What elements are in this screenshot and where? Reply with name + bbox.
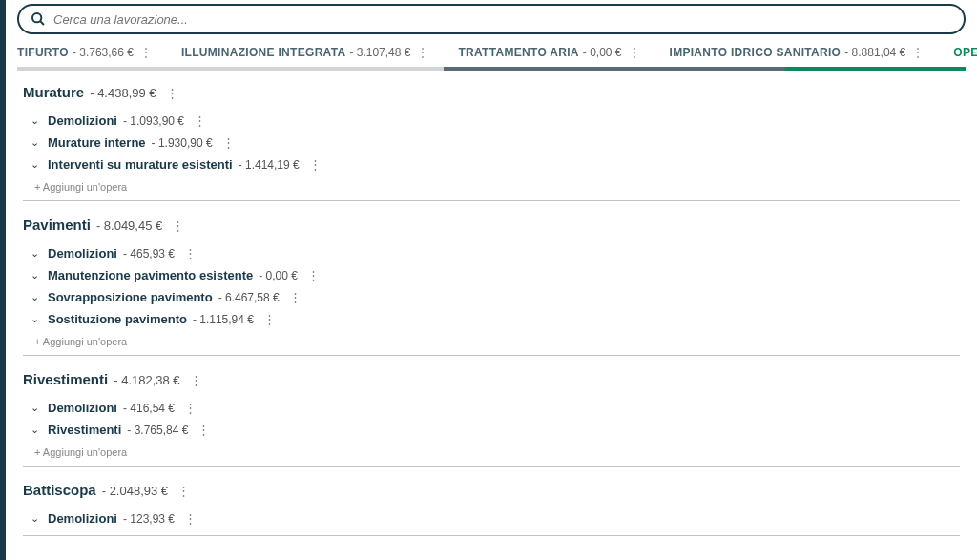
sub-item-title: Demolizioni — [48, 401, 117, 415]
kebab-icon[interactable]: ⋮ — [162, 86, 182, 100]
category-header[interactable]: Rivestimenti- 4.182,38 €⋮ — [23, 371, 960, 387]
kebab-icon[interactable]: ⋮ — [218, 135, 239, 150]
category: Battiscopa- 2.048,93 €⋮⌄Demolizioni- 123… — [23, 482, 960, 536]
category-price: - 4.438,99 € — [90, 86, 156, 100]
tab-price: - 3.107,48 € — [349, 46, 410, 59]
sub-item[interactable]: ⌄Sovrapposizione pavimento- 6.467,58 €⋮ — [23, 286, 960, 308]
chevron-down-icon: ⌄ — [31, 114, 42, 127]
category-header[interactable]: Battiscopa- 2.048,93 €⋮ — [23, 482, 960, 498]
sub-item-title: Demolizioni — [48, 246, 117, 260]
add-opera-button[interactable]: + Aggiungi un'opera — [23, 441, 960, 460]
sub-item-title: Demolizioni — [48, 511, 117, 526]
category: Rivestimenti- 4.182,38 €⋮⌄Demolizioni- 4… — [23, 371, 960, 467]
sub-item[interactable]: ⌄Sostituzione pavimento- 1.115,94 €⋮ — [23, 308, 960, 330]
chevron-down-icon: ⌄ — [31, 269, 42, 281]
kebab-icon[interactable]: ⋮ — [186, 373, 206, 387]
kebab-icon[interactable]: ⋮ — [168, 218, 188, 233]
tab-partial[interactable]: TIFURTO - 3.763,66 € ⋮ — [17, 45, 155, 60]
kebab-icon[interactable]: ⋮ — [909, 45, 926, 60]
kebab-icon[interactable]: ⋮ — [194, 423, 214, 437]
sub-item-title: Murature interne — [48, 135, 146, 150]
category: Murature- 4.438,99 €⋮⌄Demolizioni- 1.093… — [23, 84, 960, 201]
tab-trattamento-aria[interactable]: TRATTAMENTO ARIA - 0,00 € ⋮ — [458, 45, 642, 60]
svg-point-0 — [32, 13, 41, 22]
sub-item-price: - 0,00 € — [259, 269, 298, 282]
chevron-down-icon: ⌄ — [31, 313, 42, 325]
kebab-icon[interactable]: ⋮ — [180, 401, 200, 415]
tab-label: TIFURTO — [17, 46, 69, 59]
search-bar[interactable] — [17, 4, 966, 34]
sub-item-price: - 465,93 € — [123, 247, 175, 260]
sub-item-price: - 1.414,19 € — [239, 158, 300, 172]
kebab-icon[interactable]: ⋮ — [180, 246, 200, 260]
category-title: Pavimenti — [23, 217, 91, 233]
category-title: Rivestimenti — [23, 371, 108, 387]
tabs-underline — [17, 67, 966, 71]
sub-item-title: Manutenzione pavimento esistente — [48, 268, 253, 282]
add-opera-button[interactable]: + Aggiungi un'opera — [23, 176, 960, 195]
chevron-down-icon: ⌄ — [31, 291, 42, 303]
tab-price: - 0,00 € — [583, 46, 622, 59]
kebab-icon[interactable]: ⋮ — [285, 290, 305, 304]
content-area: Murature- 4.438,99 €⋮⌄Demolizioni- 1.093… — [6, 71, 977, 560]
kebab-icon[interactable]: ⋮ — [190, 114, 210, 128]
add-opera-button[interactable]: + Aggiungi un'opera — [23, 330, 960, 349]
sub-item[interactable]: ⌄Demolizioni- 123,93 €⋮ — [23, 508, 960, 529]
sub-item-price: - 1.115,94 € — [193, 313, 254, 326]
tab-illuminazione[interactable]: ILLUMINAZIONE INTEGRATA - 3.107,48 € ⋮ — [181, 45, 432, 60]
sub-item-title: Sostituzione pavimento — [48, 312, 187, 326]
chevron-down-icon: ⌄ — [31, 512, 42, 525]
kebab-icon[interactable]: ⋮ — [414, 45, 431, 60]
sub-item-price: - 416,54 € — [123, 402, 175, 415]
chevron-down-icon: ⌄ — [31, 247, 42, 259]
sub-item[interactable]: ⌄Demolizioni- 465,93 €⋮ — [23, 242, 960, 264]
sub-item-price: - 1.930,90 € — [152, 136, 213, 150]
chevron-down-icon: ⌄ — [31, 136, 42, 149]
category-title: Murature — [23, 84, 84, 100]
category-header[interactable]: Pavimenti- 8.049,45 €⋮ — [23, 217, 960, 233]
tab-impianto-idrico[interactable]: IMPIANTO IDRICO SANITARIO - 8.881,04 € ⋮ — [670, 45, 927, 60]
kebab-icon[interactable]: ⋮ — [303, 268, 323, 282]
search-icon — [31, 11, 46, 27]
sub-item-title: Demolizioni — [48, 114, 117, 128]
sub-item[interactable]: ⌄Demolizioni- 1.093,90 €⋮ — [23, 110, 960, 132]
category-header[interactable]: Murature- 4.438,99 €⋮ — [23, 84, 960, 100]
tab-price: - 8.881,04 € — [844, 46, 905, 59]
tab-label: OPERE EDILI E FINITURE — [953, 46, 977, 59]
chevron-down-icon: ⌄ — [31, 424, 42, 436]
category-price: - 4.182,38 € — [114, 373, 179, 387]
kebab-icon[interactable]: ⋮ — [174, 484, 194, 498]
category-price: - 2.048,93 € — [102, 484, 168, 498]
search-input[interactable] — [46, 12, 952, 27]
sub-item-price: - 123,93 € — [123, 512, 175, 526]
chevron-down-icon: ⌄ — [31, 402, 42, 414]
sub-item-price: - 1.093,90 € — [123, 114, 184, 128]
sub-item-title: Interventi su murature esistenti — [48, 157, 233, 172]
kebab-icon[interactable]: ⋮ — [305, 157, 325, 172]
sub-item-title: Rivestimenti — [48, 423, 121, 437]
sub-item[interactable]: ⌄Demolizioni- 416,54 €⋮ — [23, 397, 960, 419]
tab-opere-edili[interactable]: OPERE EDILI E FINITURE - 26.298,03 € ⋮ — [953, 45, 977, 60]
tabs-row: TIFURTO - 3.763,66 € ⋮ ILLUMINAZIONE INT… — [6, 40, 977, 65]
tab-price: - 3.763,66 € — [73, 46, 134, 59]
tab-label: IMPIANTO IDRICO SANITARIO — [670, 46, 842, 59]
kebab-icon[interactable]: ⋮ — [180, 511, 200, 526]
sub-item-title: Sovrapposizione pavimento — [48, 290, 213, 304]
sub-item[interactable]: ⌄Murature interne- 1.930,90 €⋮ — [23, 132, 960, 154]
sub-item-price: - 3.765,84 € — [127, 424, 188, 437]
sub-item[interactable]: ⌄Rivestimenti- 3.765,84 €⋮ — [23, 419, 960, 441]
tab-label: ILLUMINAZIONE INTEGRATA — [181, 46, 345, 59]
kebab-icon[interactable]: ⋮ — [137, 45, 155, 60]
sub-item[interactable]: ⌄Manutenzione pavimento esistente- 0,00 … — [23, 264, 960, 286]
sub-item-price: - 6.467,58 € — [218, 291, 280, 304]
chevron-down-icon: ⌄ — [31, 158, 42, 171]
tab-label: TRATTAMENTO ARIA — [458, 46, 578, 59]
category-title: Battiscopa — [23, 482, 96, 498]
svg-line-1 — [40, 21, 44, 25]
category-price: - 8.049,45 € — [96, 218, 162, 233]
kebab-icon[interactable]: ⋮ — [260, 312, 280, 326]
sub-item[interactable]: ⌄Interventi su murature esistenti- 1.414… — [23, 154, 960, 176]
kebab-icon[interactable]: ⋮ — [626, 45, 643, 60]
category: Pavimenti- 8.049,45 €⋮⌄Demolizioni- 465,… — [23, 217, 960, 356]
